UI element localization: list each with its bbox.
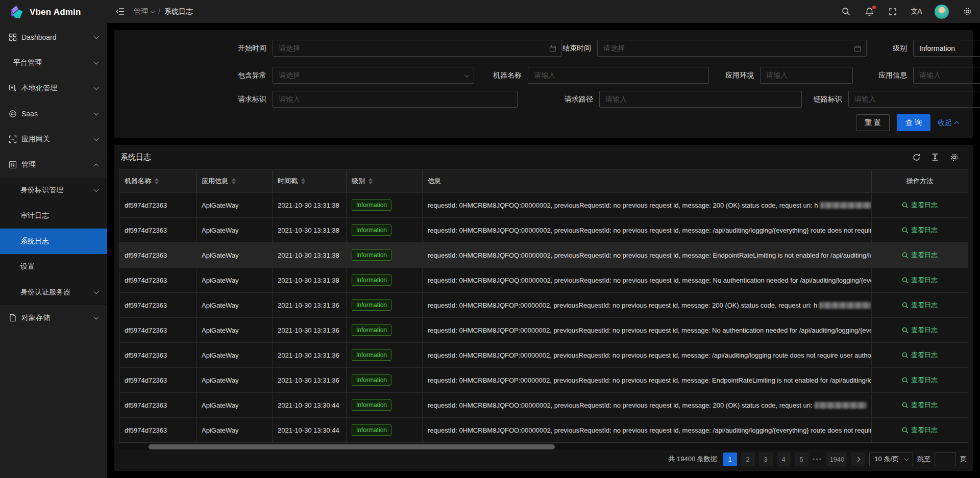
notification-bell-icon[interactable]	[864, 6, 875, 17]
scrollbar-thumb[interactable]	[149, 444, 555, 449]
page-size-select[interactable]: 10 条/页	[869, 452, 913, 466]
next-page-button[interactable]	[851, 452, 865, 466]
column-settings-gear-icon[interactable]	[949, 153, 959, 162]
cell-timestamp: 2021-10-30 13:31:36	[273, 293, 347, 317]
reset-button[interactable]: 重 置	[856, 114, 890, 131]
column-header-timestamp[interactable]: 时间戳	[273, 170, 347, 192]
page-button-1[interactable]: 1	[723, 452, 737, 466]
pagination: 共 19400 条数据 1 2 3 4 5 ••• 1940 10 条/页 跳至…	[668, 452, 967, 466]
query-button[interactable]: 查 询	[897, 114, 930, 131]
request-id-input[interactable]: 请输入	[273, 91, 518, 108]
table-row[interactable]: df5974d72363 ApiGateWay 2021-10-30 13:30…	[119, 392, 968, 417]
column-header-machine[interactable]: 机器名称	[119, 170, 197, 192]
table-row[interactable]: df5974d72363 ApiGateWay 2021-10-30 13:31…	[119, 242, 968, 267]
sidebar-item-manage[interactable]: 管理	[0, 152, 107, 178]
view-log-link[interactable]: 查看日志	[902, 375, 938, 385]
sidebar-item-auth-server[interactable]: 身份认证服务器	[0, 280, 107, 305]
log-table: 机器名称 应用信息 时间戳 级别 信息 操作方法 df597	[119, 169, 968, 443]
sort-icon[interactable]	[232, 178, 236, 184]
breadcrumb-section[interactable]: 管理	[134, 7, 154, 16]
level-select[interactable]: Information	[913, 40, 980, 57]
sidebar-item-localization[interactable]: 本地化管理	[0, 76, 107, 101]
chevron-down-icon	[94, 187, 99, 192]
sort-icon[interactable]	[369, 178, 373, 184]
cell-level: Information	[347, 293, 423, 317]
logo-icon	[9, 5, 24, 20]
table-row[interactable]: df5974d72363 ApiGateWay 2021-10-30 13:31…	[119, 342, 968, 367]
table-row[interactable]: df5974d72363 ApiGateWay 2021-10-30 13:31…	[119, 367, 968, 392]
request-path-input[interactable]: 请输入	[599, 91, 802, 108]
system-log-panel: 系统日志 机器名称	[114, 145, 973, 471]
column-header-level[interactable]: 级别	[347, 170, 423, 192]
cell-timestamp: 2021-10-30 13:31:38	[273, 193, 347, 217]
start-time-input[interactable]: 请选择	[273, 40, 562, 57]
view-log-link[interactable]: 查看日志	[902, 275, 938, 285]
horizontal-scrollbar[interactable]	[119, 444, 968, 450]
machine-name-input[interactable]: 请输入	[528, 67, 709, 84]
collapse-link[interactable]: 收起	[938, 118, 959, 128]
language-icon[interactable]: 文A	[911, 6, 922, 17]
sidebar-item-platform[interactable]: 平台管理	[0, 50, 107, 76]
table-row[interactable]: df5974d72363 ApiGateWay 2021-10-30 13:31…	[119, 192, 968, 217]
sidebar-item-identity-mgmt[interactable]: 身份标识管理	[0, 178, 107, 203]
sidebar-item-saas[interactable]: Saas	[0, 101, 107, 127]
cell-timestamp: 2021-10-30 13:31:38	[273, 268, 347, 292]
settings-gear-icon[interactable]	[962, 6, 973, 17]
refresh-icon[interactable]	[912, 153, 921, 162]
view-log-link[interactable]: 查看日志	[902, 200, 938, 210]
view-log-link[interactable]: 查看日志	[902, 225, 938, 235]
logo[interactable]: Vben Admin	[0, 0, 107, 24]
cell-action: 查看日志	[872, 368, 968, 392]
view-log-link[interactable]: 查看日志	[902, 425, 938, 435]
menu-fold-icon[interactable]	[113, 5, 127, 18]
page-button-5[interactable]: 5	[795, 452, 808, 466]
view-log-link[interactable]: 查看日志	[902, 300, 938, 310]
breadcrumb: 管理 / 系统日志	[134, 7, 193, 16]
jump-page-input[interactable]	[935, 452, 956, 466]
column-header-app[interactable]: 应用信息	[197, 170, 273, 192]
sort-icon[interactable]	[155, 178, 159, 184]
table-row[interactable]: df5974d72363 ApiGateWay 2021-10-30 13:31…	[119, 317, 968, 342]
cell-timestamp: 2021-10-30 13:30:44	[273, 393, 347, 417]
level-badge: Information	[352, 424, 391, 436]
has-exception-select[interactable]: 请选择	[273, 67, 474, 84]
header-actions: 文A	[840, 4, 973, 19]
filter-field-app-info: 应用信息 请输入	[852, 67, 980, 84]
user-avatar[interactable]	[934, 4, 949, 19]
sidebar-item-system-log[interactable]: 系统日志	[0, 229, 107, 254]
page-button-2[interactable]: 2	[741, 452, 755, 466]
view-log-link[interactable]: 查看日志	[902, 350, 938, 360]
table-row[interactable]: df5974d72363 ApiGateWay 2021-10-30 13:31…	[119, 217, 968, 242]
page-button-last[interactable]: 1940	[826, 452, 847, 466]
level-badge: Information	[352, 324, 391, 336]
level-badge: Information	[352, 249, 391, 261]
view-log-link[interactable]: 查看日志	[902, 400, 938, 410]
table-row[interactable]: df5974d72363 ApiGateWay 2021-10-30 13:30…	[119, 417, 968, 442]
end-time-input[interactable]: 请选择	[597, 40, 867, 57]
column-label: 信息	[428, 177, 441, 186]
sidebar-item-object-storage[interactable]: 对象存储	[0, 305, 107, 331]
sidebar-item-dashboard[interactable]: Dashboard	[0, 24, 107, 50]
filter-actions: 重 置 查 询 收起	[856, 114, 959, 131]
page-button-3[interactable]: 3	[759, 452, 773, 466]
trace-id-input[interactable]: 请输入	[848, 91, 980, 108]
search-icon[interactable]	[840, 6, 851, 17]
table-row[interactable]: df5974d72363 ApiGateWay 2021-10-30 13:31…	[119, 267, 968, 292]
sidebar-item-gateway[interactable]: 应用网关	[0, 127, 107, 152]
fullscreen-icon[interactable]	[887, 6, 898, 17]
pagination-ellipsis[interactable]: •••	[813, 456, 823, 463]
view-log-link[interactable]: 查看日志	[902, 325, 938, 335]
view-log-label: 查看日志	[911, 350, 938, 360]
row-height-icon[interactable]	[930, 153, 940, 162]
table-row[interactable]: df5974d72363 ApiGateWay 2021-10-30 13:31…	[119, 292, 968, 317]
sidebar-item-settings[interactable]: 设置	[0, 254, 107, 280]
view-log-link[interactable]: 查看日志	[902, 250, 938, 260]
sort-icon[interactable]	[301, 178, 305, 184]
view-log-label: 查看日志	[911, 300, 938, 310]
cell-action: 查看日志	[872, 293, 968, 317]
page-button-4[interactable]: 4	[777, 452, 791, 466]
app-env-input[interactable]: 请输入	[760, 67, 853, 84]
sidebar-item-label: Dashboard	[21, 33, 94, 41]
sidebar-item-audit-log[interactable]: 审计日志	[0, 203, 107, 229]
app-info-input[interactable]: 请输入	[913, 67, 980, 84]
